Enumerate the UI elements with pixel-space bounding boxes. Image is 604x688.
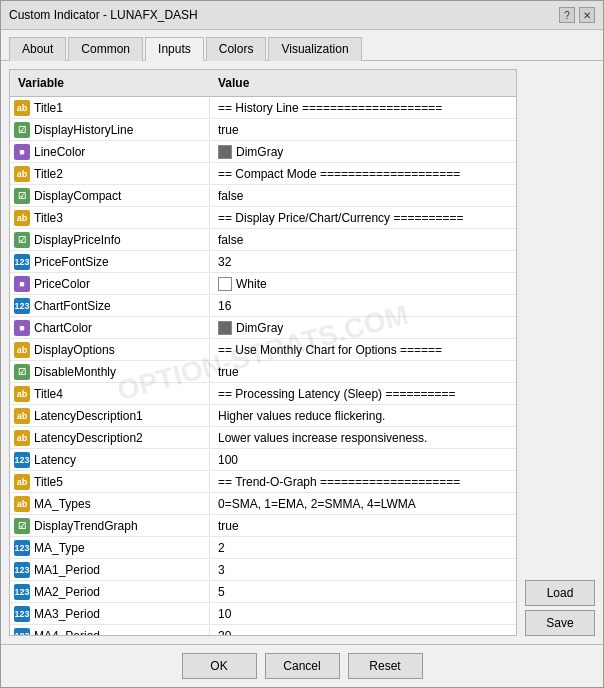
cell-value: 2 — [210, 539, 516, 557]
value-text: false — [218, 233, 243, 247]
cell-variable: ☑ DisplayTrendGraph — [10, 516, 210, 536]
table-row[interactable]: ■ ChartColor DimGray — [10, 317, 516, 339]
table-row[interactable]: ab MA_Types 0=SMA, 1=EMA, 2=SMMA, 4=LWMA — [10, 493, 516, 515]
table-row[interactable]: 123 MA1_Period 3 — [10, 559, 516, 581]
var-type-icon: ab — [14, 408, 30, 424]
var-type-icon: ab — [14, 166, 30, 182]
dialog: Custom Indicator - LUNAFX_DASH ? ✕ About… — [0, 0, 604, 688]
value-text: == History Line ==================== — [218, 101, 442, 115]
table-row[interactable]: ab LatencyDescription1 Higher values red… — [10, 405, 516, 427]
cell-value: 3 — [210, 561, 516, 579]
table-row[interactable]: ☑ DisplayPriceInfo false — [10, 229, 516, 251]
load-button[interactable]: Load — [525, 580, 595, 606]
cell-variable: ■ ChartColor — [10, 318, 210, 338]
var-type-icon: 123 — [14, 628, 30, 636]
table-row[interactable]: ■ PriceColor White — [10, 273, 516, 295]
variable-name: LatencyDescription1 — [34, 409, 143, 423]
table-row[interactable]: ☑ DisplayCompact false — [10, 185, 516, 207]
cell-variable: ab Title5 — [10, 472, 210, 492]
tab-inputs[interactable]: Inputs — [145, 37, 204, 61]
table-row[interactable]: ab Title2 == Compact Mode ==============… — [10, 163, 516, 185]
cell-value: 32 — [210, 253, 516, 271]
cell-variable: 123 MA3_Period — [10, 604, 210, 624]
ok-button[interactable]: OK — [182, 653, 257, 679]
table-row[interactable]: ab Title4 == Processing Latency (Sleep) … — [10, 383, 516, 405]
table-row[interactable]: 123 MA3_Period 10 — [10, 603, 516, 625]
variable-name: MA3_Period — [34, 607, 100, 621]
cell-variable: ■ PriceColor — [10, 274, 210, 294]
cell-variable: 123 PriceFontSize — [10, 252, 210, 272]
table-row[interactable]: ab Title1 == History Line ==============… — [10, 97, 516, 119]
cell-value: 10 — [210, 605, 516, 623]
value-text: == Display Price/Chart/Currency ========… — [218, 211, 463, 225]
var-type-icon: ☑ — [14, 122, 30, 138]
var-type-icon: 123 — [14, 562, 30, 578]
cancel-button[interactable]: Cancel — [265, 653, 340, 679]
close-button[interactable]: ✕ — [579, 7, 595, 23]
value-text: 2 — [218, 541, 225, 555]
cell-variable: ☑ DisplayHistoryLine — [10, 120, 210, 140]
variable-name: MA_Types — [34, 497, 91, 511]
cell-value: == History Line ==================== — [210, 99, 516, 117]
cell-variable: 123 MA4_Period — [10, 626, 210, 636]
table-row[interactable]: ab DisplayOptions == Use Monthly Chart f… — [10, 339, 516, 361]
table-row[interactable]: ☑ DisplayTrendGraph true — [10, 515, 516, 537]
value-text: == Use Monthly Chart for Options ====== — [218, 343, 442, 357]
value-text: true — [218, 519, 239, 533]
table-row[interactable]: ab Title3 == Display Price/Chart/Currenc… — [10, 207, 516, 229]
save-button[interactable]: Save — [525, 610, 595, 636]
table-row[interactable]: 123 MA_Type 2 — [10, 537, 516, 559]
table-body[interactable]: ab Title1 == History Line ==============… — [10, 97, 516, 635]
var-type-icon: 123 — [14, 606, 30, 622]
cell-value: true — [210, 121, 516, 139]
table-row[interactable]: 123 Latency 100 — [10, 449, 516, 471]
cell-value: 20 — [210, 627, 516, 636]
table-row[interactable]: 123 MA4_Period 20 — [10, 625, 516, 635]
table-row[interactable]: ab LatencyDescription2 Lower values incr… — [10, 427, 516, 449]
cell-value: == Use Monthly Chart for Options ====== — [210, 341, 516, 359]
cell-value: DimGray — [210, 319, 516, 337]
variable-name: DisplayHistoryLine — [34, 123, 133, 137]
cell-variable: 123 MA1_Period — [10, 560, 210, 580]
tab-about[interactable]: About — [9, 37, 66, 61]
value-text: == Trend-O-Graph ==================== — [218, 475, 460, 489]
cell-value: == Trend-O-Graph ==================== — [210, 473, 516, 491]
value-text: true — [218, 365, 239, 379]
cell-value: false — [210, 231, 516, 249]
variable-name: PriceFontSize — [34, 255, 109, 269]
color-swatch — [218, 321, 232, 335]
title-bar-controls: ? ✕ — [559, 7, 595, 23]
tab-bar: About Common Inputs Colors Visualization — [1, 30, 603, 61]
variable-name: Title4 — [34, 387, 63, 401]
tab-colors[interactable]: Colors — [206, 37, 267, 61]
var-type-icon: 123 — [14, 254, 30, 270]
table-row[interactable]: 123 PriceFontSize 32 — [10, 251, 516, 273]
var-type-icon: ab — [14, 100, 30, 116]
tab-visualization[interactable]: Visualization — [268, 37, 361, 61]
help-button[interactable]: ? — [559, 7, 575, 23]
tab-common[interactable]: Common — [68, 37, 143, 61]
table-row[interactable]: ☑ DisplayHistoryLine true — [10, 119, 516, 141]
cell-value: DimGray — [210, 143, 516, 161]
variable-name: DisableMonthly — [34, 365, 116, 379]
cell-value: 100 — [210, 451, 516, 469]
cell-value: White — [210, 275, 516, 293]
table-row[interactable]: 123 MA2_Period 5 — [10, 581, 516, 603]
reset-button[interactable]: Reset — [348, 653, 423, 679]
cell-variable: ab MA_Types — [10, 494, 210, 514]
footer: OK Cancel Reset — [1, 644, 603, 687]
var-type-icon: ab — [14, 496, 30, 512]
value-text: White — [236, 277, 267, 291]
value-text: == Processing Latency (Sleep) ========== — [218, 387, 456, 401]
table-row[interactable]: 123 ChartFontSize 16 — [10, 295, 516, 317]
table-row[interactable]: ab Title5 == Trend-O-Graph =============… — [10, 471, 516, 493]
value-text: 5 — [218, 585, 225, 599]
table-row[interactable]: ■ LineColor DimGray — [10, 141, 516, 163]
cell-value: 16 — [210, 297, 516, 315]
cell-variable: 123 Latency — [10, 450, 210, 470]
header-value: Value — [210, 74, 516, 92]
side-buttons: Load Save — [525, 69, 595, 636]
value-text: 3 — [218, 563, 225, 577]
table-row[interactable]: ☑ DisableMonthly true — [10, 361, 516, 383]
var-type-icon: ■ — [14, 144, 30, 160]
